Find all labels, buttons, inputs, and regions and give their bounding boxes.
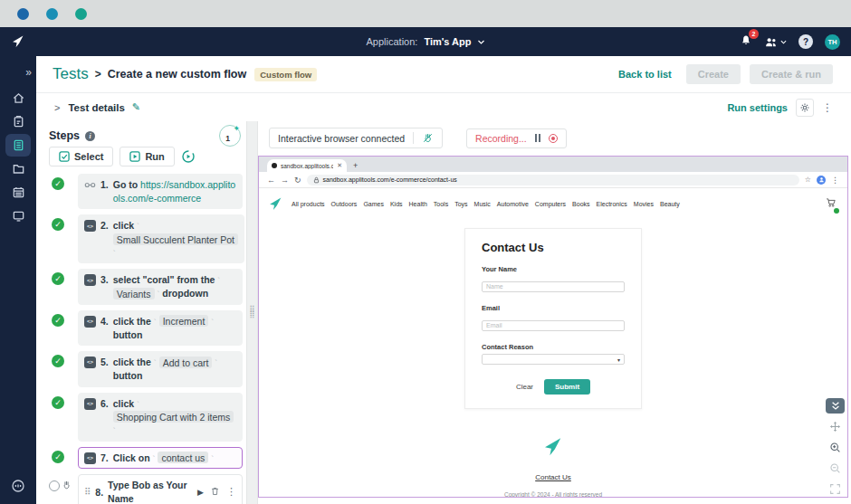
address-bar[interactable]: sandbox.applitools.com/e-commerce/contac… — [307, 175, 799, 185]
site-nav-link[interactable]: Tools — [434, 201, 448, 207]
info-icon[interactable]: i — [85, 131, 95, 141]
bookmark-star-icon[interactable]: ☆ — [805, 176, 811, 184]
settings-gear-button[interactable] — [796, 99, 814, 117]
sidebar-item-test-editor[interactable] — [5, 110, 31, 133]
run-steps-button[interactable]: Run — [120, 147, 174, 166]
chat-support-button[interactable] — [5, 474, 31, 497]
help-button[interactable]: ? — [798, 34, 813, 49]
delete-step-button[interactable] — [211, 486, 219, 499]
tab-close-icon[interactable]: ✕ — [337, 162, 342, 169]
site-nav-link[interactable]: Kids — [390, 201, 403, 207]
site-nav-link[interactable]: Toys — [454, 201, 467, 207]
window-dot[interactable] — [75, 8, 87, 20]
back-icon[interactable]: ← — [267, 176, 275, 185]
clear-button[interactable]: Clear — [516, 383, 533, 391]
site-nav-link[interactable]: Computers — [535, 201, 566, 207]
footer-contact-link[interactable]: Contact Us — [535, 473, 571, 481]
application-selector[interactable]: Application: Tim's App — [367, 36, 485, 47]
target-chip[interactable]: Add to cart — [159, 357, 213, 368]
site-logo-icon[interactable] — [268, 196, 283, 212]
submit-button[interactable]: Submit — [544, 379, 590, 395]
target-chip[interactable]: Shopping Cart with 2 items — [113, 411, 234, 423]
step-card[interactable]: <>3.select "coral" from the ` Variants `… — [78, 269, 243, 304]
target-chip[interactable]: Increment — [159, 315, 209, 327]
back-to-list-link[interactable]: Back to list — [618, 69, 672, 80]
window-dot[interactable] — [17, 8, 29, 20]
create-and-run-button[interactable]: Create & run — [750, 64, 833, 84]
site-nav-link[interactable]: Books — [572, 201, 589, 207]
site-nav-link[interactable]: Games — [363, 201, 384, 207]
site-nav-link[interactable]: Beauty — [660, 201, 680, 207]
gear-icon — [799, 102, 810, 113]
step-card[interactable]: ⠿8.Type Bob as Your Name ▶⋮ — [78, 474, 243, 504]
sparkle-icon: ✦ — [233, 124, 240, 133]
target-chip[interactable]: Variants — [113, 288, 155, 300]
target-chip[interactable]: contact us — [158, 452, 208, 463]
step-card[interactable]: <>5.click the ` Add to cart ` button — [78, 351, 243, 386]
site-nav-link[interactable]: All products — [292, 201, 325, 207]
step-status-gutter: ✓ — [49, 214, 78, 231]
steps-panel-title: Steps — [49, 129, 80, 142]
pan-tool-button[interactable] — [826, 419, 845, 434]
sidebar-expand-button[interactable]: » — [5, 61, 32, 83]
step-text: click ` Small Succulent Planter Pot ` — [113, 219, 238, 259]
step-options-icon[interactable]: ⋮ — [226, 485, 236, 499]
sidebar-item-executions[interactable] — [5, 204, 31, 227]
step-card[interactable]: <>7.Click on ` contact us ` — [78, 447, 243, 470]
test-details-expander[interactable]: > — [54, 102, 60, 113]
browser-profile-icon[interactable] — [817, 176, 826, 185]
reload-icon[interactable]: ↻ — [294, 176, 301, 185]
ai-suggestions-badge[interactable]: 1 ✦ — [219, 125, 241, 147]
site-nav-link[interactable]: Outdoors — [331, 201, 358, 207]
test-list-icon — [12, 138, 25, 152]
forward-icon[interactable]: → — [281, 176, 289, 185]
sidebar-item-files[interactable] — [5, 157, 31, 180]
fit-to-screen-button[interactable] — [826, 481, 845, 497]
sidebar-item-home[interactable] — [5, 87, 31, 109]
step-card[interactable]: <>2.click ` Small Succulent Planter Pot … — [78, 214, 244, 263]
browser-menu-icon[interactable]: ⋮ — [831, 176, 839, 185]
browser-tab[interactable]: sandbox.applitools.com/... ✕ — [267, 159, 347, 172]
sidebar-item-schedule[interactable] — [5, 181, 31, 204]
zoom-in-button[interactable] — [826, 440, 845, 455]
site-nav-link[interactable]: Automotive — [497, 201, 529, 207]
user-avatar[interactable]: TH — [825, 34, 840, 50]
run-step-icon[interactable]: ▶ — [197, 487, 204, 499]
site-nav-link[interactable]: Movies — [634, 201, 654, 207]
name-field[interactable] — [482, 281, 625, 292]
sidebar-item-tests[interactable] — [5, 134, 31, 157]
site-nav-link[interactable]: Music — [474, 201, 491, 207]
rerun-icon[interactable] — [181, 149, 196, 164]
contact-reason-select[interactable]: ▾ — [482, 354, 625, 365]
element-locator-icon: <> — [84, 220, 96, 232]
notifications-button[interactable]: 2 — [740, 33, 752, 51]
drag-handle-icon[interactable]: ⠿ — [84, 486, 91, 499]
email-field[interactable] — [482, 320, 625, 331]
cart-button[interactable] — [826, 195, 837, 212]
browser-tabstrip: sandbox.applitools.com/... ✕ + — [259, 157, 847, 172]
run-settings-link[interactable]: Run settings — [727, 102, 788, 113]
applitools-logo-icon[interactable] — [11, 34, 36, 49]
zoom-out-button[interactable] — [826, 461, 845, 476]
window-dot[interactable] — [46, 8, 58, 20]
element-locator-icon: <> — [84, 452, 96, 464]
new-tab-button[interactable]: + — [353, 161, 358, 170]
team-menu[interactable] — [764, 36, 787, 48]
panel-resize-handle[interactable]: ⣿⣿ — [246, 121, 258, 504]
site-nav-link[interactable]: Health — [409, 201, 427, 207]
collapse-toolbar-button[interactable] — [826, 398, 845, 414]
site-nav-link[interactable]: Electronics — [597, 201, 627, 207]
hand-disabled-icon[interactable] — [422, 132, 434, 144]
step-card[interactable]: 1.Go to https://sandbox.applitools.com/e… — [78, 174, 243, 209]
breadcrumb-tests-link[interactable]: Tests — [53, 65, 89, 83]
stop-recording-button[interactable] — [549, 134, 558, 143]
select-steps-button[interactable]: Select — [49, 147, 113, 166]
target-chip[interactable]: Small Succulent Planter Pot — [113, 233, 238, 245]
more-options-button[interactable]: ⋮ — [822, 101, 833, 114]
step-number: 1. — [100, 178, 109, 192]
pause-recording-button[interactable] — [535, 134, 540, 142]
step-card[interactable]: <>4.click the ` Increment ` button — [78, 310, 243, 346]
step-card[interactable]: <>6.click ` Shopping Cart with 2 items ` — [78, 393, 243, 442]
edit-pencil-icon[interactable]: ✎ — [132, 101, 140, 113]
create-button[interactable]: Create — [686, 64, 741, 84]
